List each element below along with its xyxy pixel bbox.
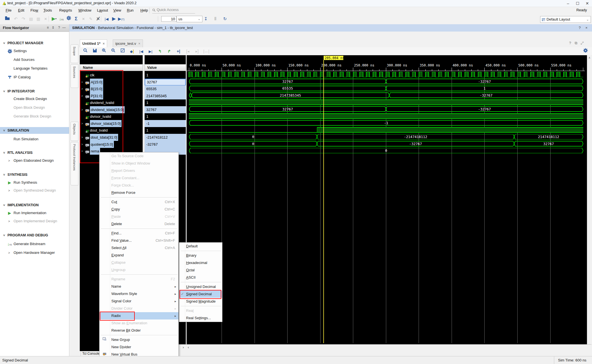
generate-bitstream-icon[interactable]: ↓01 bbox=[58, 15, 65, 22]
flownav-item-language-templates[interactable]: Language Templates bbox=[0, 65, 69, 72]
tab-untitled-1-[interactable]: Untitled 1*× bbox=[80, 39, 107, 47]
menu-file[interactable]: File bbox=[4, 8, 13, 13]
zoom-to-cursor-icon[interactable]: ◆| bbox=[128, 48, 136, 55]
menu-item-real-settings-[interactable]: Real Settings... bbox=[179, 314, 222, 322]
zoom-out-icon[interactable] bbox=[110, 48, 117, 55]
menu-item-find-value-[interactable]: Find Value...Ctrl+Shift+F bbox=[100, 237, 178, 244]
run-icon[interactable]: ▶▾ bbox=[51, 15, 58, 22]
menu-item-name[interactable]: Name▸ bbox=[100, 283, 178, 290]
close-icon[interactable]: × bbox=[138, 42, 140, 46]
expand-icon[interactable]: > bbox=[81, 92, 83, 99]
waveform-plot[interactable]: 0.000 ns50.000 ns100.000 ns150.000 ns200… bbox=[187, 55, 587, 344]
close-icon[interactable]: × bbox=[585, 24, 587, 32]
vertical-scrollbar[interactable]: ∧ bbox=[587, 55, 592, 344]
menu-item-remove-force[interactable]: Remove Force bbox=[100, 189, 178, 196]
menu-item-radix[interactable]: Radix▸ bbox=[100, 312, 178, 319]
minimize-panel-icon[interactable]: — bbox=[62, 26, 66, 30]
menu-item-delete[interactable]: DeleteDelete bbox=[100, 220, 178, 228]
signal-row-divisor_tdata[15:0][interactable]: >divisor_tdata[15:0] bbox=[80, 120, 143, 127]
side-tab-sources[interactable]: Sources bbox=[70, 64, 78, 88]
chevron-right-icon[interactable]: > bbox=[8, 157, 10, 164]
scroll-up-icon[interactable]: ∧ bbox=[588, 56, 590, 59]
flownav-item-add-sources[interactable]: Add Sources bbox=[0, 56, 69, 63]
time-unit-select[interactable]: us ⌄ bbox=[176, 16, 202, 22]
expand-icon[interactable]: > bbox=[81, 120, 83, 127]
menu-run[interactable]: Run bbox=[125, 8, 135, 13]
menu-edit[interactable]: Edit bbox=[16, 8, 26, 13]
menu-view[interactable]: View bbox=[112, 8, 123, 13]
previous-transition-icon[interactable]: |◀ bbox=[138, 48, 145, 55]
find-icon[interactable] bbox=[82, 48, 89, 55]
menu-tools[interactable]: Tools bbox=[42, 8, 54, 13]
flownav-section-ip-integrator[interactable]: >IP INTEGRATOR bbox=[0, 88, 69, 95]
flownav-item-open-hardware-manager[interactable]: >Open Hardware Manager bbox=[0, 249, 69, 256]
flownav-item-run-implementation[interactable]: ▶Run Implementation bbox=[0, 210, 69, 216]
menu-item-expand[interactable]: Expand bbox=[100, 252, 178, 259]
value-column-header[interactable]: Value bbox=[145, 64, 186, 71]
flownav-item-open-elaborated-design[interactable]: >Open Elaborated Design bbox=[0, 157, 69, 164]
help-icon[interactable]: ? bbox=[569, 41, 571, 45]
layout-select[interactable]: Default Layout ⌄ bbox=[540, 16, 591, 23]
signal-value-dout_tvalid[interactable]: 1 bbox=[145, 127, 186, 134]
menu-item-select-all[interactable]: Select AllCtrl+A bbox=[100, 244, 178, 252]
flownav-section-program-and-debug[interactable]: >PROGRAM AND DEBUG bbox=[0, 232, 69, 239]
menu-item-hexadecimal[interactable]: Hexadecimal bbox=[179, 259, 222, 267]
side-tab-objects[interactable]: Objects bbox=[70, 122, 78, 141]
signal-value-A[15:0][interactable]: 32767 bbox=[145, 79, 186, 86]
tab-ipcore-test-v[interactable]: ipcore_test.v× bbox=[113, 39, 143, 47]
signal-row-A[15:0][interactable]: >A[15:0] bbox=[80, 79, 143, 86]
signal-row-B[15:0][interactable]: >B[15:0] bbox=[80, 85, 143, 92]
expand-icon[interactable]: > bbox=[81, 134, 83, 141]
menu-item-waveform-style[interactable]: Waveform Style▸ bbox=[100, 290, 178, 298]
relaunch-icon[interactable]: ↻ bbox=[222, 15, 228, 22]
signal-row-dividend_tvalid[interactable]: dividend_tvalid bbox=[80, 99, 143, 106]
help-icon[interactable]: ? bbox=[579, 24, 581, 32]
menu-item-new-group[interactable]: New Group bbox=[100, 336, 178, 343]
tab-tcl-console[interactable]: Tcl Console bbox=[81, 351, 102, 356]
zoom-in-icon[interactable] bbox=[100, 48, 108, 55]
menu-item-ascii[interactable]: ASCII bbox=[179, 274, 222, 281]
signal-row-P[31:0][interactable]: >P[31:0] bbox=[80, 92, 143, 99]
run-for-time-icon[interactable]: ▶(T) bbox=[118, 15, 125, 22]
flownav-section-simulation[interactable]: >SIMULATION bbox=[0, 127, 69, 134]
minimize-button[interactable]: – bbox=[563, 0, 573, 7]
maximize-button[interactable]: ☐ bbox=[573, 0, 582, 7]
save-waveform-icon[interactable] bbox=[91, 48, 98, 55]
signal-row-dout_tdata[31:0][interactable]: >dout_tdata[31:0] bbox=[80, 134, 143, 141]
tab-scroll-right-icon[interactable]: › bbox=[183, 345, 184, 349]
menu-item-unsigned-decimal[interactable]: Unsigned Decimal bbox=[179, 283, 222, 290]
run-all-icon[interactable]: ▶ bbox=[111, 15, 117, 22]
flownav-item-run-simulation[interactable]: Run Simulation bbox=[0, 136, 69, 143]
menu-flow[interactable]: Flow bbox=[29, 8, 40, 13]
menu-help[interactable]: Help bbox=[139, 8, 150, 13]
settings-gear-icon[interactable] bbox=[65, 15, 72, 22]
flownav-item-ip-catalog[interactable]: IP Catalog bbox=[0, 74, 69, 81]
signal-value-dividend_tdata[15:0][interactable]: 32767 bbox=[145, 106, 186, 113]
wave-settings-gear-icon[interactable] bbox=[582, 48, 589, 55]
menu-item-find-[interactable]: Find...Ctrl+F bbox=[100, 230, 178, 237]
flownav-section-project-manager[interactable]: >PROJECT MANAGER bbox=[0, 40, 69, 46]
expand-icon[interactable]: > bbox=[81, 148, 83, 155]
restart-begin-icon[interactable]: |◀ bbox=[103, 15, 110, 22]
signal-value-dout_tdata[31:0][interactable]: -2147418112 bbox=[145, 134, 186, 141]
flownav-item-run-synthesis[interactable]: ▶Run Synthesis bbox=[0, 179, 69, 186]
side-tab-protocol-instances[interactable]: Protocol Instances bbox=[70, 142, 78, 185]
next-transition-icon[interactable]: ▶| bbox=[147, 48, 154, 55]
menu-reports[interactable]: Reports bbox=[58, 8, 74, 13]
open-recent-icon[interactable] bbox=[4, 15, 11, 22]
expand-icon[interactable]: > bbox=[81, 79, 83, 86]
menu-item-reverse-bit-order[interactable]: Reverse Bit Order bbox=[100, 327, 178, 334]
signal-value-divisor_tdata[15:0][interactable]: -1 bbox=[145, 120, 186, 127]
tab-scroll-left-icon[interactable]: ‹ bbox=[188, 345, 189, 349]
quick-access-search[interactable]: Quick Access bbox=[152, 8, 195, 14]
close-button[interactable]: ✕ bbox=[582, 0, 592, 7]
chevron-right-icon[interactable]: > bbox=[8, 249, 10, 256]
collapse-all-icon[interactable]: ≡ bbox=[47, 26, 49, 30]
menu-item-signal-color[interactable]: Signal Color▸ bbox=[100, 298, 178, 305]
menu-item-copy[interactable]: CopyCtrl+C bbox=[100, 206, 178, 213]
chevron-right-icon[interactable]: > bbox=[8, 187, 10, 194]
flownav-section-rtl-analysis[interactable]: >RTL ANALYSIS bbox=[0, 149, 69, 156]
zoom-fit-icon[interactable] bbox=[119, 48, 126, 55]
signal-row-dout_tvalid[interactable]: dout_tvalid bbox=[80, 127, 143, 134]
menu-item-octal[interactable]: Octal bbox=[179, 267, 222, 274]
